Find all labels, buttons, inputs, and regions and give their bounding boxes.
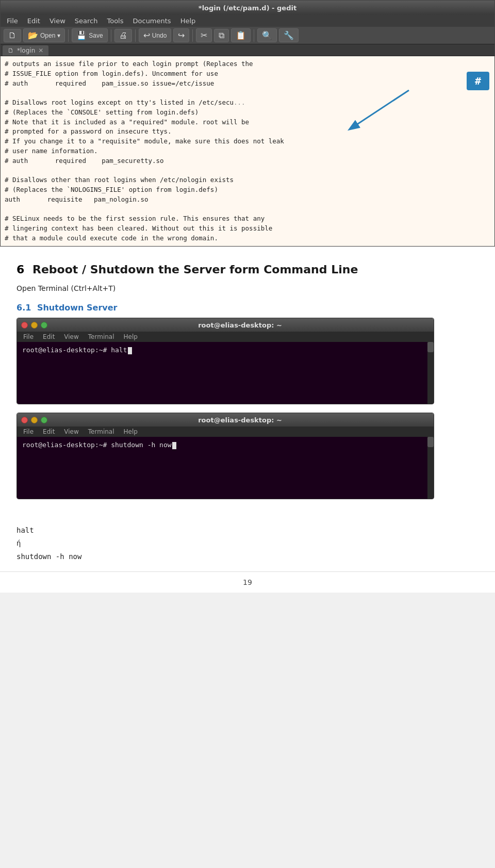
page-footer: 19: [0, 571, 495, 593]
term1-menu-view[interactable]: View: [60, 333, 82, 341]
terminal-2-minimize-btn[interactable]: [31, 417, 38, 423]
section6-1-heading: 6.1 Shutdown Server: [16, 303, 478, 313]
term1-menu-edit[interactable]: Edit: [39, 333, 59, 341]
close-tab-button[interactable]: ✕: [38, 47, 43, 54]
terminal-2-menubar: File Edit View Terminal Help: [17, 427, 434, 437]
copy-icon: ⧉: [219, 31, 224, 40]
tab-label: *login: [17, 47, 35, 54]
terminal-1-title: root@elias-desktop: ~: [51, 321, 430, 329]
tab-icon: 🗋: [8, 47, 14, 54]
terminal-window-2: root@elias-desktop: ~ File Edit View Ter…: [16, 413, 434, 499]
terminal-1-minimize-btn[interactable]: [31, 322, 38, 329]
term1-menu-terminal[interactable]: Terminal: [84, 333, 119, 341]
term2-menu-terminal[interactable]: Terminal: [84, 428, 119, 436]
terminal-1-cursor: [128, 347, 132, 354]
terminal-2-maximize-btn[interactable]: [41, 417, 47, 423]
open-label: Open: [40, 32, 55, 39]
gedit-title: *login (/etc/pam.d) - gedit: [5, 4, 490, 12]
term2-menu-help[interactable]: Help: [120, 428, 142, 436]
print-button[interactable]: 🖨: [114, 29, 132, 42]
paste-button[interactable]: 📋: [231, 28, 251, 42]
term2-menu-edit[interactable]: Edit: [39, 428, 59, 436]
menu-view[interactable]: View: [45, 16, 70, 26]
save-button[interactable]: 💾 Save: [72, 28, 107, 42]
commands-section: halt ή shutdown -h now: [0, 520, 495, 571]
save-label: Save: [89, 32, 103, 39]
terminal-2-body[interactable]: root@elias-desktop:~# shutdown -h now: [17, 437, 434, 499]
print-icon: 🖨: [119, 31, 127, 40]
open-terminal-text: Open Terminal (Ctrl+Alt+T): [16, 284, 478, 292]
cut-button[interactable]: ✂: [196, 28, 212, 42]
command-line-1: halt: [16, 524, 478, 537]
term1-menu-help[interactable]: Help: [120, 333, 142, 341]
terminal-2-cursor: [172, 442, 176, 449]
editor-content: # outputs an issue file prior to each lo…: [5, 59, 490, 243]
terminal-window-1: root@elias-desktop: ~ File Edit View Ter…: [16, 318, 434, 404]
redo-button[interactable]: ↪: [173, 28, 189, 42]
gedit-editor[interactable]: # outputs an issue file prior to each lo…: [1, 56, 494, 246]
toolbar-sep-3: [135, 29, 136, 42]
annotation-container: #: [467, 72, 489, 90]
undo-icon: ↩: [143, 30, 150, 40]
gedit-window: *login (/etc/pam.d) - gedit File Edit Vi…: [0, 0, 495, 247]
terminal-1-scrollbar[interactable]: [427, 342, 434, 404]
copy-button[interactable]: ⧉: [214, 29, 229, 42]
terminal-2-scrollbar-thumb: [427, 437, 434, 447]
terminal-2-prompt: root@elias-desktop:~# shutdown -h now: [22, 441, 172, 449]
term2-menu-view[interactable]: View: [60, 428, 82, 436]
annotation-label: #: [475, 73, 481, 89]
term2-menu-file[interactable]: File: [19, 428, 38, 436]
terminal-2-close-btn[interactable]: [21, 417, 28, 423]
open-button[interactable]: 📂 Open ▾: [23, 28, 65, 42]
menu-search[interactable]: Search: [71, 16, 102, 26]
term1-menu-file[interactable]: File: [19, 333, 38, 341]
section6-1-title: Shutdown Server: [37, 303, 118, 313]
search-button[interactable]: 🔍: [257, 28, 277, 42]
section6-title: Reboot / Shutdown the Server form Comman…: [32, 263, 358, 276]
command-line-2: ή: [16, 537, 478, 550]
gedit-tabs: 🗋 *login ✕: [1, 44, 494, 56]
new-icon: 🗋: [8, 31, 16, 40]
terminal-1-close-btn[interactable]: [21, 322, 28, 329]
terminal-1-prompt: root@elias-desktop:~# halt: [22, 346, 127, 354]
save-icon: 💾: [76, 30, 87, 40]
new-button[interactable]: 🗋: [4, 29, 21, 42]
doc-content: 6 Reboot / Shutdown the Server form Comm…: [0, 247, 495, 520]
menu-documents[interactable]: Documents: [129, 16, 175, 26]
open-icon: 📂: [28, 30, 38, 40]
menu-help[interactable]: Help: [176, 16, 200, 26]
section6-heading: 6 Reboot / Shutdown the Server form Comm…: [16, 263, 478, 276]
gedit-tab-login[interactable]: 🗋 *login ✕: [3, 45, 48, 56]
gedit-toolbar: 🗋 📂 Open ▾ 💾 Save 🖨 ↩ Undo ↪ ✂ ⧉: [1, 27, 494, 44]
terminal-1-scrollbar-thumb: [427, 342, 434, 352]
menu-tools[interactable]: Tools: [103, 16, 127, 26]
cut-icon: ✂: [201, 30, 207, 40]
tools-icon: 🔧: [284, 30, 294, 40]
menu-edit[interactable]: Edit: [23, 16, 44, 26]
search-icon: 🔍: [262, 30, 272, 40]
gedit-titlebar: *login (/etc/pam.d) - gedit: [1, 1, 494, 15]
section6-1-number: 6.1: [16, 303, 31, 313]
gedit-menubar: File Edit View Search Tools Documents He…: [1, 15, 494, 27]
section6-number: 6: [16, 263, 24, 276]
undo-label: Undo: [152, 32, 167, 39]
tools-button[interactable]: 🔧: [279, 28, 299, 42]
terminal-1-body[interactable]: root@elias-desktop:~# halt: [17, 342, 434, 404]
terminal-2-scrollbar[interactable]: [427, 437, 434, 499]
open-arrow: ▾: [57, 32, 60, 39]
terminal-1-menubar: File Edit View Terminal Help: [17, 332, 434, 342]
toolbar-sep-1: [68, 29, 69, 42]
toolbar-sep-2: [111, 29, 111, 42]
menu-file[interactable]: File: [3, 16, 22, 26]
terminal-1-maximize-btn[interactable]: [41, 322, 47, 329]
undo-button[interactable]: ↩ Undo: [139, 28, 172, 42]
command-line-3: shutdown -h now: [16, 550, 478, 563]
terminal-1-titlebar: root@elias-desktop: ~: [17, 318, 434, 332]
toolbar-sep-4: [192, 29, 193, 42]
page-number: 19: [243, 578, 252, 586]
redo-icon: ↪: [178, 30, 185, 40]
terminal-2-titlebar: root@elias-desktop: ~: [17, 413, 434, 427]
terminal-2-title: root@elias-desktop: ~: [51, 416, 430, 424]
paste-icon: 📋: [236, 30, 246, 40]
toolbar-sep-5: [254, 29, 254, 42]
